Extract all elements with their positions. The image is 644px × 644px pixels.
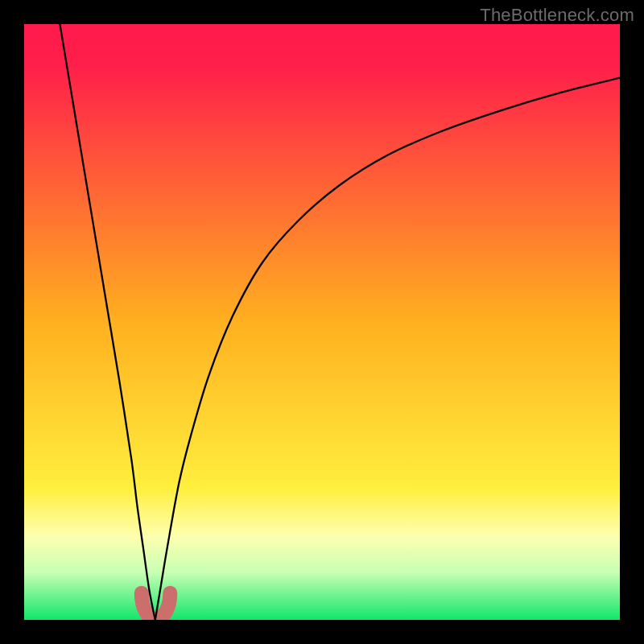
outer-frame: TheBottleneck.com — [0, 0, 644, 644]
plot-area — [24, 24, 620, 620]
right-branch-path — [155, 78, 620, 620]
watermark-text: TheBottleneck.com — [480, 5, 634, 26]
curve-layer — [24, 24, 620, 620]
left-branch-path — [60, 24, 155, 620]
